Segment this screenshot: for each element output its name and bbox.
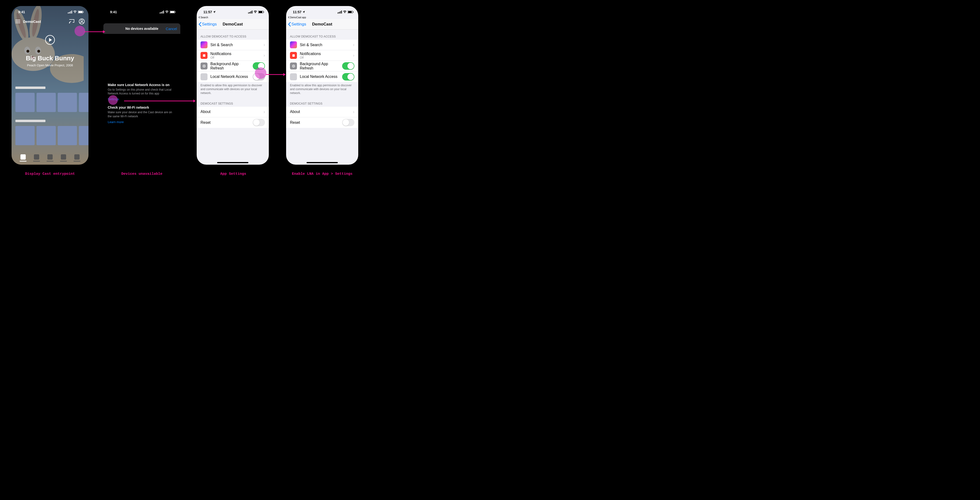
shelf-title-placeholder <box>15 87 45 89</box>
cell-about[interactable]: About › <box>286 107 358 117</box>
svg-rect-31 <box>175 11 175 13</box>
cell-notifications[interactable]: Notifications Off › <box>197 50 269 61</box>
cell-notifications[interactable]: Notifications Off › <box>286 50 358 61</box>
shelf-row[interactable] <box>15 126 89 145</box>
svg-point-21 <box>69 23 70 24</box>
shelf-tile[interactable] <box>79 93 89 112</box>
svg-rect-33 <box>249 12 250 13</box>
app-top-bar: DemoCast <box>11 16 89 27</box>
breadcrumb[interactable]: DemoCast app <box>286 16 358 19</box>
tab-item[interactable] <box>61 154 66 160</box>
cell-bg-refresh[interactable]: Background App Refresh <box>286 61 358 71</box>
hamburger-icon[interactable] <box>15 20 20 23</box>
svg-rect-47 <box>348 11 352 13</box>
location-icon <box>213 11 215 13</box>
cell-label: Background App Refresh <box>300 62 339 70</box>
nav-title: DemoCast <box>312 22 332 27</box>
svg-rect-17 <box>83 11 84 13</box>
switch-reset[interactable] <box>253 119 265 126</box>
shelf-tile[interactable] <box>58 93 77 112</box>
shelf-tile[interactable] <box>15 93 35 112</box>
cell-label: Local Network Access <box>300 75 339 79</box>
cell-label: Notifications <box>210 52 261 56</box>
shelf-tile[interactable] <box>79 126 89 145</box>
shelf-tile[interactable] <box>58 126 77 145</box>
play-icon[interactable] <box>45 35 55 45</box>
shelf-title-placeholder <box>15 120 45 122</box>
cast-icon[interactable] <box>69 19 75 24</box>
lna-footer: Enabled to allow this app permission to … <box>197 82 269 97</box>
cell-lna[interactable]: Local Network Access <box>197 71 269 82</box>
cell-label: About <box>200 110 261 114</box>
tab-item[interactable] <box>48 154 52 160</box>
chevron-left-icon <box>199 22 202 27</box>
chevron-right-icon: › <box>353 42 355 48</box>
switch-bg-refresh[interactable] <box>342 62 355 70</box>
learn-more-link[interactable]: Learn more <box>108 120 124 124</box>
chevron-right-icon: › <box>264 42 265 48</box>
cell-label: Reset <box>200 121 250 125</box>
status-time: 9:41 <box>18 10 25 14</box>
svg-rect-18 <box>15 20 20 20</box>
notifications-icon <box>290 52 297 59</box>
breadcrumb[interactable]: Search <box>197 16 269 19</box>
section-header-allow: ALLOW DEMOCAST TO ACCESS <box>197 30 269 40</box>
svg-rect-49 <box>293 54 295 57</box>
allow-group: Siri & Search › Notifications Off › Back… <box>197 40 269 82</box>
cell-reset[interactable]: Reset <box>286 117 358 128</box>
status-bar: 9:41 <box>11 6 89 16</box>
svg-rect-20 <box>15 22 20 23</box>
profile-icon[interactable] <box>79 19 84 24</box>
cell-lna[interactable]: Local Network Access <box>286 71 358 82</box>
sheet-title: No devices available <box>126 27 158 30</box>
nav-title: DemoCast <box>223 22 243 27</box>
svg-point-23 <box>81 20 83 22</box>
back-button[interactable]: Settings <box>288 22 306 27</box>
cell-about[interactable]: About › <box>197 107 269 117</box>
status-time: 11:57 <box>293 10 302 14</box>
settings-link[interactable]: Settings <box>108 97 119 101</box>
cancel-button[interactable]: Cancel <box>165 27 177 31</box>
switch-bg-refresh[interactable] <box>253 62 265 70</box>
svg-rect-39 <box>203 54 205 57</box>
status-icons <box>337 11 353 13</box>
sheet-body: Make sure Local Network Access is on Go … <box>108 83 176 124</box>
shelf-tile[interactable] <box>37 93 56 112</box>
lna-heading: Make sure Local Network Access is on <box>108 83 176 87</box>
tab-item[interactable] <box>34 154 39 160</box>
device-sheet-header: No devices available Cancel <box>103 23 180 34</box>
svg-rect-35 <box>252 11 253 13</box>
wifi-icon <box>73 11 77 13</box>
switch-lna-off[interactable] <box>253 73 265 81</box>
status-icons <box>248 11 264 13</box>
cell-label: Notifications <box>300 52 350 56</box>
home-indicator[interactable] <box>217 162 248 163</box>
cell-bg-refresh[interactable]: Background App Refresh <box>197 61 269 71</box>
cell-label: Local Network Access <box>210 75 250 79</box>
section-header-allow: ALLOW DEMOCAST TO ACCESS <box>286 30 358 40</box>
switch-reset[interactable] <box>342 119 355 126</box>
cell-reset[interactable]: Reset <box>197 117 269 128</box>
tab-item[interactable] <box>74 154 80 160</box>
svg-rect-16 <box>78 11 83 13</box>
battery-icon <box>258 11 264 13</box>
phone-4-lna-enabled: 11:57 DemoCast app Settings DemoCast ALL… <box>286 6 358 165</box>
flow-arrow-1 <box>84 29 106 34</box>
phone-1-cast-entry: 9:41 DemoCast Big Buck Bunny Peach Open … <box>11 6 89 165</box>
cellular-icon <box>160 11 164 13</box>
back-button[interactable]: Settings <box>199 22 216 27</box>
cell-siri[interactable]: Siri & Search › <box>197 40 269 50</box>
svg-rect-42 <box>337 13 338 13</box>
location-icon <box>302 11 305 13</box>
shelf-row[interactable] <box>15 93 89 112</box>
back-label: Settings <box>291 22 306 27</box>
flow-arrow-2 <box>124 98 196 103</box>
tab-item[interactable] <box>21 154 26 160</box>
shelf-tile[interactable] <box>15 126 35 145</box>
home-indicator[interactable] <box>307 162 338 163</box>
lna-icon <box>290 73 297 80</box>
shelf-tile[interactable] <box>37 126 56 145</box>
switch-lna-on[interactable] <box>342 73 355 81</box>
cell-siri[interactable]: Siri & Search › <box>286 40 358 50</box>
app-group: About › Reset <box>286 107 358 128</box>
